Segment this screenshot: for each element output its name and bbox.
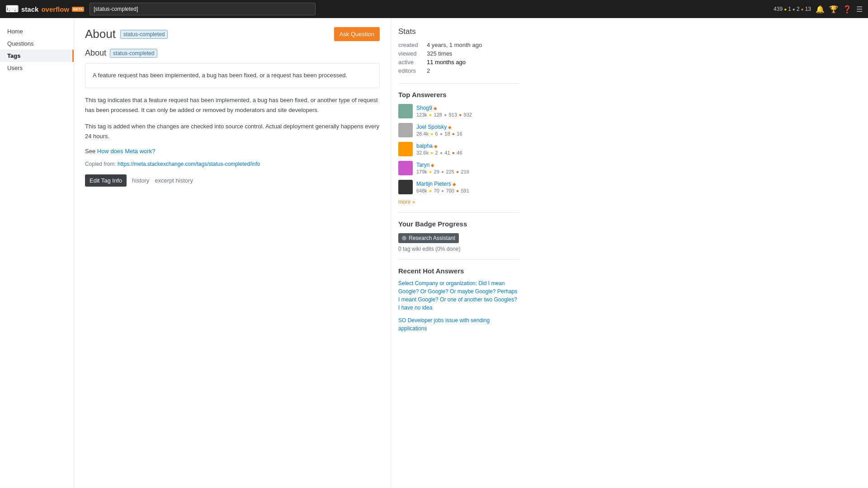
more-answerers-link[interactable]: more » <box>398 199 519 205</box>
answerer-info: Shog9 ◆ 123k ● 128 ● 913 ● 932 <box>416 105 519 117</box>
stats-active-label: active <box>398 59 423 66</box>
answerer-name-link[interactable]: Martijn Pieters <box>416 181 451 187</box>
answerer-badges: 28.4k ● 6 ● 18 ● 16 <box>416 131 519 136</box>
answerer-name-row: balpha ◆ <box>416 143 519 149</box>
sidebar-item-tags[interactable]: Tags <box>0 50 74 62</box>
stats-row-editors: editors 2 <box>398 67 519 74</box>
recent-hot-title: Recent Hot Answers <box>398 267 519 275</box>
topbar: ⌨ stackoverflow BETA 439 ● 1 ● 2 ● 13 🔔 … <box>0 0 868 18</box>
badge-progress-section: Your Badge Progress Research Assistant 0… <box>398 220 519 252</box>
description-para-2: This tag is added when the changes are c… <box>85 122 380 141</box>
divider-1 <box>398 83 519 84</box>
tag-badge-sub[interactable]: status-completed <box>110 49 157 58</box>
gold-badge-count: 128 <box>434 112 442 117</box>
search-box[interactable] <box>90 3 316 15</box>
sidebar-item-questions[interactable]: Questions <box>0 38 74 50</box>
copied-from-link[interactable]: https://meta.stackexchange.com/tags/stat… <box>118 161 260 167</box>
description-para-1: This tag indicates that a feature reques… <box>85 95 380 115</box>
top-answerers-section: Top Answerers Shog9 ◆ 123k ● 128 ● 913 ●… <box>398 91 519 205</box>
gold-badge-dot: ● <box>429 112 432 117</box>
rep-display: 123k <box>416 112 427 117</box>
stats-row-created: created 4 years, 1 month ago <box>398 42 519 48</box>
mod-diamond-icon: ◆ <box>431 163 434 168</box>
excerpt-text: A feature request has been implemented, … <box>93 71 372 80</box>
answerer-item: Taryn ◆ 179k ● 29 ● 225 ● 216 <box>398 161 519 175</box>
hot-answers-list: Select Company or organization: Did I me… <box>398 279 519 333</box>
silver-badge-dot: ● <box>440 150 443 155</box>
silver-badge-dot: ● <box>440 131 443 136</box>
avatar <box>398 104 413 118</box>
mod-diamond-icon: ◆ <box>448 125 452 130</box>
bronze-badge-dot: ● <box>459 112 462 117</box>
page-title-row: About status-completed Ask Question <box>85 27 380 41</box>
answerer-name-link[interactable]: Taryn <box>416 162 429 168</box>
rep-score: 439 <box>774 6 783 12</box>
bronze-dot: ● <box>801 7 804 12</box>
avatar <box>398 161 413 175</box>
research-assistant-badge[interactable]: Research Assistant <box>398 233 459 243</box>
stats-viewed-label: viewed <box>398 50 423 57</box>
silver-badge-count: 41 <box>444 150 450 155</box>
history-link[interactable]: history <box>132 177 149 184</box>
answerer-badges: 32.6k ● 2 ● 41 ● 46 <box>416 150 519 155</box>
sidebar-item-users[interactable]: Users <box>0 62 74 74</box>
gold-count: 1 <box>788 6 791 12</box>
badge-circle-icon <box>402 236 406 240</box>
sidebar-item-home[interactable]: Home <box>0 25 74 38</box>
silver-badge-dot: ● <box>444 112 447 117</box>
avatar <box>398 123 413 137</box>
answerer-info: Joel Spolsky ◆ 28.4k ● 6 ● 18 ● 16 <box>416 124 519 136</box>
silver-badge-count: 913 <box>449 112 457 117</box>
search-input[interactable] <box>90 3 316 15</box>
hot-answer-link[interactable]: SO Developer jobs issue with sending app… <box>398 317 490 332</box>
answerer-name-link[interactable]: Shog9 <box>416 105 432 111</box>
answerer-item: balpha ◆ 32.6k ● 2 ● 41 ● 46 <box>398 142 519 156</box>
right-sidebar: Stats created 4 years, 1 month ago viewe… <box>391 18 526 488</box>
badge-name-label: Research Assistant <box>409 235 455 241</box>
hot-answer-link[interactable]: Select Company or organization: Did I me… <box>398 280 517 311</box>
answerer-name-link[interactable]: Joel Spolsky <box>416 124 447 130</box>
rep-display: 28.4k <box>416 131 429 136</box>
help-icon[interactable]: ❓ <box>843 5 852 14</box>
inbox-icon[interactable]: 🔔 <box>816 5 825 14</box>
action-bar: Edit Tag Info history excerpt history <box>85 174 380 187</box>
stats-row-active: active 11 months ago <box>398 59 519 66</box>
ask-question-button[interactable]: Ask Question <box>334 27 380 41</box>
stats-created-label: created <box>398 42 423 48</box>
gold-badge-dot: ● <box>430 131 434 136</box>
logo[interactable]: ⌨ stackoverflow BETA <box>5 4 84 14</box>
hot-answer-item: Select Company or organization: Did I me… <box>398 279 519 312</box>
copied-from-paragraph: Copied from: https://meta.stackexchange.… <box>85 161 380 167</box>
avatar <box>398 180 413 194</box>
bronze-badge-count: 591 <box>461 188 469 193</box>
menu-icon[interactable]: ☰ <box>856 5 863 14</box>
see-also-link[interactable]: How does Meta work? <box>97 148 156 155</box>
answerer-name-row: Joel Spolsky ◆ <box>416 124 519 130</box>
answerer-name-row: Martijn Pieters ◆ <box>416 181 519 187</box>
silver-badge-count: 225 <box>446 169 454 174</box>
about-sub-header: About status-completed <box>85 48 380 58</box>
answerer-info: Martijn Pieters ◆ 648k ● 70 ● 700 ● 591 <box>416 181 519 193</box>
rep-display: 179k <box>416 169 427 174</box>
logo-overflow: overflow <box>41 5 69 13</box>
stats-created-value: 4 years, 1 month ago <box>427 42 482 48</box>
mod-diamond-icon: ◆ <box>434 106 437 111</box>
silver-count: 2 <box>797 6 800 12</box>
answerer-info: Taryn ◆ 179k ● 29 ● 225 ● 216 <box>416 162 519 174</box>
see-also-prefix: See <box>85 148 95 155</box>
answerer-name-link[interactable]: balpha <box>416 143 433 149</box>
bronze-badge-count: 216 <box>461 169 469 174</box>
main-content: About status-completed Ask Question Abou… <box>74 18 391 488</box>
stats-table: created 4 years, 1 month ago viewed 325 … <box>398 42 519 74</box>
silver-badge-dot: ● <box>441 169 444 174</box>
edit-tag-info-button[interactable]: Edit Tag Info <box>85 174 127 187</box>
badge-progress-desc: 0 tag wiki edits (0% done) <box>398 246 519 252</box>
bronze-badge-dot: ● <box>456 169 459 174</box>
silver-badge-count: 18 <box>444 131 450 136</box>
silver-badge-dot: ● <box>441 188 444 193</box>
excerpt-history-link[interactable]: excerpt history <box>155 177 193 184</box>
answerer-item: Joel Spolsky ◆ 28.4k ● 6 ● 18 ● 16 <box>398 123 519 137</box>
excerpt-box: A feature request has been implemented, … <box>85 63 380 88</box>
tag-badge-main[interactable]: status-completed <box>120 30 168 39</box>
achievements-icon[interactable]: 🏆 <box>829 5 838 14</box>
